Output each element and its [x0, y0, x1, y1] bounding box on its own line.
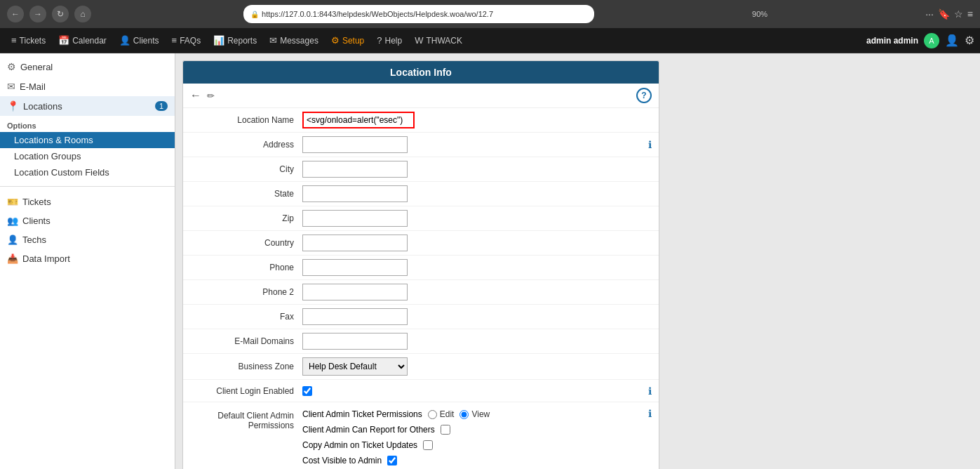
sidebar-item-locations[interactable]: 📍 Locations 1 [0, 96, 175, 116]
sidebar-location-custom-fields-label: Location Custom Fields [14, 167, 109, 178]
toolbar-messages[interactable]: ✉ Messages [264, 32, 324, 48]
home-button[interactable]: ⌂ [74, 6, 91, 22]
toolbar-tickets[interactable]: ≡ Tickets [6, 32, 51, 48]
sidebar-locations-label: Locations [23, 101, 62, 112]
view-radio[interactable] [459, 410, 469, 419]
permissions-info-icon[interactable]: ℹ [648, 408, 652, 419]
tickets-sidebar-icon: 🎫 [7, 197, 18, 207]
general-icon: ⚙ [7, 61, 16, 72]
copy-admin-checkbox[interactable] [423, 440, 433, 450]
phone2-control [302, 284, 652, 300]
phone2-row: Phone 2 [183, 280, 659, 305]
user-icon[interactable]: 👤 [945, 34, 959, 47]
default-client-admin-label: Default Client Admin Permissions [190, 408, 302, 430]
toolbar-help[interactable]: ? Help [371, 32, 408, 48]
business-zone-select[interactable]: Help Desk Default Zone 1 Zone 2 [302, 357, 408, 376]
report-for-others-row: Client Admin Can Report for Others [302, 423, 450, 436]
view-radio-label: View [459, 409, 490, 419]
toolbar-reports-label: Reports [227, 36, 257, 46]
settings-icon[interactable]: ⚙ [965, 34, 974, 47]
sidebar-sub-location-custom-fields[interactable]: Location Custom Fields [0, 164, 175, 180]
security-icon: 🔒 [250, 11, 259, 18]
star-icon[interactable]: ☆ [954, 8, 963, 20]
refresh-button[interactable]: ↻ [52, 6, 69, 22]
business-zone-control: Help Desk Default Zone 1 Zone 2 [302, 357, 652, 376]
client-login-control [302, 386, 648, 396]
sidebar-location-groups-label: Location Groups [14, 151, 81, 161]
fax-input[interactable] [302, 308, 408, 325]
ticket-permissions-label: Client Admin Ticket Permissions [302, 409, 422, 419]
city-control [302, 161, 652, 178]
email-domains-label: E-Mail Domains [190, 336, 302, 346]
view-label: View [471, 409, 490, 419]
address-input[interactable] [302, 136, 408, 153]
edit-label: Edit [440, 409, 455, 419]
email-domains-input[interactable] [302, 333, 408, 350]
edit-button[interactable]: ✏ [207, 91, 215, 101]
edit-radio[interactable] [428, 410, 437, 419]
sidebar-sub-locations-rooms[interactable]: Locations & Rooms [0, 132, 175, 148]
bookmark-icon[interactable]: 🔖 [938, 8, 950, 20]
cost-visible-checkbox[interactable] [387, 456, 397, 465]
client-login-label: Client Login Enabled [190, 386, 302, 396]
email-icon: ✉ [7, 81, 15, 92]
report-for-others-checkbox[interactable] [441, 425, 450, 435]
toolbar-thwack-label: THWACK [426, 36, 462, 46]
location-name-input[interactable] [302, 112, 415, 128]
zoom-level: 90% [752, 10, 767, 18]
toolbar-clients[interactable]: 👤 Clients [114, 32, 165, 48]
default-client-admin-row: Default Client Admin Permissions Client … [183, 402, 659, 469]
state-input[interactable] [302, 185, 408, 202]
city-label: City [190, 164, 302, 174]
toolbar-setup[interactable]: ⚙ Setup [325, 32, 370, 48]
sidebar-item-techs[interactable]: 👤 Techs [0, 230, 175, 249]
sidebar-item-data-import[interactable]: 📥 Data Import [0, 249, 175, 268]
toolbar-thwack[interactable]: W THWACK [409, 32, 468, 48]
client-login-checkbox[interactable] [302, 386, 312, 396]
back-button[interactable]: ← [7, 6, 24, 22]
sidebar-general-label: General [20, 62, 53, 72]
sidebar-item-general[interactable]: ⚙ General [0, 57, 175, 77]
state-control [302, 185, 652, 202]
sidebar-item-tickets[interactable]: 🎫 Tickets [0, 192, 175, 211]
country-input[interactable] [302, 234, 408, 251]
toolbar-clients-label: Clients [133, 36, 159, 46]
zip-input[interactable] [302, 210, 408, 227]
phone2-input[interactable] [302, 284, 408, 300]
sidebar-email-label: E-Mail [20, 81, 46, 92]
sidebar-item-email[interactable]: ✉ E-Mail [0, 77, 175, 96]
menu-icon[interactable]: ≡ [967, 8, 973, 20]
address-info-icon[interactable]: ℹ [648, 139, 652, 150]
toolbar-faqs[interactable]: ≡ FAQs [166, 32, 207, 48]
toolbar-calendar[interactable]: 📅 Calendar [53, 32, 112, 48]
business-zone-label: Business Zone [190, 362, 302, 371]
forward-button[interactable]: → [29, 6, 46, 22]
cost-visible-row: Cost Visible to Admin [302, 454, 397, 467]
toolbar-reports[interactable]: 📊 Reports [208, 32, 262, 48]
url-text: https://127.0.0.1:8443/helpdesk/WebObjec… [262, 10, 493, 18]
url-bar[interactable]: 🔒 https://127.0.0.1:8443/helpdesk/WebObj… [243, 5, 594, 23]
admin-avatar[interactable]: A [924, 33, 939, 48]
sidebar-item-clients[interactable]: 👥 Clients [0, 211, 175, 230]
sidebar: ⚙ General ✉ E-Mail 📍 Locations 1 Options… [0, 53, 175, 469]
sidebar-sub-location-groups[interactable]: Location Groups [0, 148, 175, 164]
report-for-others-label: Client Admin Can Report for Others [302, 425, 435, 435]
sidebar-techs-label: Techs [22, 234, 46, 245]
toolbar-messages-label: Messages [280, 36, 318, 46]
client-login-info-icon[interactable]: ℹ [648, 385, 652, 397]
client-login-row: Client Login Enabled ℹ [183, 380, 659, 402]
city-input[interactable] [302, 161, 408, 178]
toolbar-calendar-label: Calendar [72, 36, 107, 46]
back-nav-button[interactable]: ← [190, 89, 201, 102]
phone-input[interactable] [302, 259, 408, 276]
phone-control [302, 259, 652, 276]
extensions-icon[interactable]: ··· [925, 8, 934, 20]
help-button[interactable]: ? [636, 88, 652, 103]
zip-control [302, 210, 652, 227]
toolbar-right: admin admin A 👤 ⚙ [866, 33, 974, 48]
ticket-permissions-row: Client Admin Ticket Permissions Edit Vie… [302, 408, 490, 421]
thwack-icon: W [415, 35, 423, 46]
copy-admin-row: Copy Admin on Ticket Updates [302, 439, 433, 451]
email-domains-control [302, 333, 652, 350]
form-body: Location Name Address ℹ City [183, 108, 659, 469]
